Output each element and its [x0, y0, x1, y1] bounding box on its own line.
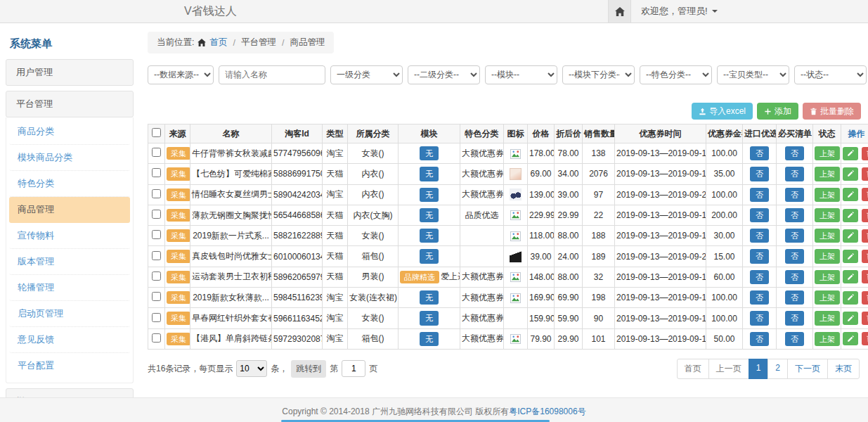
- import-select-toggle[interactable]: 否: [750, 311, 769, 325]
- delete-button[interactable]: [862, 312, 868, 325]
- name-search-input[interactable]: [219, 65, 325, 84]
- per-page-select[interactable]: 10: [236, 360, 267, 377]
- status-toggle[interactable]: 上架: [815, 188, 840, 202]
- status-toggle[interactable]: 上架: [815, 332, 840, 346]
- edit-button[interactable]: [843, 209, 858, 222]
- sidebar-item-版本管理[interactable]: 版本管理: [9, 249, 130, 275]
- import-select-toggle[interactable]: 否: [750, 146, 769, 160]
- import-select-toggle[interactable]: 否: [750, 290, 769, 305]
- filter-select-1[interactable]: --二级分类--: [408, 65, 480, 84]
- batch-delete-button[interactable]: 批量删除: [803, 103, 861, 120]
- edit-button[interactable]: [843, 312, 858, 325]
- delete-button[interactable]: [862, 250, 868, 263]
- delete-button[interactable]: [862, 229, 868, 243]
- import-select-toggle[interactable]: 否: [750, 188, 769, 202]
- page-button-末页[interactable]: 末页: [827, 359, 860, 379]
- breadcrumb-home-link[interactable]: 首页: [209, 37, 227, 49]
- status-toggle[interactable]: 上架: [815, 311, 840, 325]
- status-toggle[interactable]: 上架: [815, 167, 840, 181]
- jump-page-input[interactable]: [342, 360, 365, 377]
- home-button[interactable]: [608, 0, 631, 23]
- import-select-toggle[interactable]: 否: [750, 249, 769, 263]
- status-toggle[interactable]: 上架: [815, 290, 840, 305]
- data-source-select[interactable]: --数据来源--: [148, 65, 214, 84]
- edit-button[interactable]: [843, 147, 858, 160]
- delete-button[interactable]: [862, 291, 868, 305]
- filter-select-5[interactable]: --宝贝类型--: [717, 65, 789, 84]
- sidebar-group-拼团管理[interactable]: 拼团管理: [6, 388, 134, 397]
- import-select-toggle[interactable]: 否: [750, 229, 769, 243]
- import-select-toggle[interactable]: 否: [750, 270, 769, 284]
- must-buy-toggle[interactable]: 否: [785, 332, 804, 346]
- row-checkbox[interactable]: [152, 292, 161, 301]
- filter-select-2[interactable]: --模块--: [485, 65, 557, 84]
- sidebar-item-宣传物料[interactable]: 宣传物料: [9, 223, 130, 249]
- must-buy-toggle[interactable]: 否: [785, 188, 804, 202]
- delete-button[interactable]: [862, 167, 868, 181]
- edit-button[interactable]: [843, 291, 858, 305]
- select-all-checkbox[interactable]: [152, 128, 161, 137]
- row-checkbox[interactable]: [152, 271, 161, 281]
- page-button-上一页[interactable]: 上一页: [708, 359, 749, 379]
- must-buy-toggle[interactable]: 否: [785, 208, 804, 222]
- status-toggle[interactable]: 上架: [815, 208, 840, 222]
- filter-select-6[interactable]: --状态--: [794, 65, 867, 84]
- status-toggle[interactable]: 上架: [815, 270, 840, 284]
- sidebar-group-用户管理[interactable]: 用户管理: [6, 59, 134, 86]
- page-button-下一页[interactable]: 下一页: [787, 359, 828, 379]
- user-menu[interactable]: 欢迎您，管理员!: [641, 5, 718, 18]
- page-button-1[interactable]: 1: [749, 359, 769, 379]
- filter-select-4[interactable]: --特色分类--: [640, 65, 712, 84]
- status-toggle[interactable]: 上架: [815, 146, 840, 160]
- delete-button[interactable]: [862, 209, 868, 222]
- must-buy-toggle[interactable]: 否: [785, 311, 804, 325]
- row-checkbox[interactable]: [152, 230, 161, 239]
- page-button-首页[interactable]: 首页: [677, 359, 709, 379]
- row-checkbox[interactable]: [152, 168, 161, 177]
- sidebar-item-商品分类[interactable]: 商品分类: [9, 119, 130, 145]
- row-checkbox[interactable]: [152, 313, 161, 322]
- status-toggle[interactable]: 上架: [815, 249, 840, 263]
- jump-button[interactable]: 跳转到: [291, 360, 326, 378]
- delete-button[interactable]: [862, 332, 868, 345]
- edit-button[interactable]: [843, 167, 858, 181]
- edit-button[interactable]: [843, 250, 858, 263]
- filter-select-0[interactable]: 一级分类: [330, 65, 403, 84]
- sidebar-item-意见反馈[interactable]: 意见反馈: [9, 327, 130, 353]
- must-buy-toggle[interactable]: 否: [785, 270, 804, 284]
- icp-link[interactable]: 粤ICP备16098006号: [509, 407, 585, 416]
- must-buy-toggle[interactable]: 否: [785, 146, 804, 160]
- must-buy-toggle[interactable]: 否: [785, 249, 804, 263]
- row-checkbox[interactable]: [152, 333, 161, 343]
- col-module: 模块: [399, 124, 460, 143]
- sidebar-item-轮播管理[interactable]: 轮播管理: [9, 275, 130, 301]
- page-button-2[interactable]: 2: [767, 359, 788, 379]
- edit-button[interactable]: [843, 270, 858, 283]
- add-button[interactable]: 添加: [757, 103, 798, 120]
- must-buy-toggle[interactable]: 否: [785, 290, 804, 305]
- row-checkbox[interactable]: [152, 148, 161, 157]
- row-checkbox[interactable]: [152, 251, 161, 260]
- sidebar-item-特色分类[interactable]: 特色分类: [9, 171, 130, 197]
- sidebar-item-商品管理[interactable]: 商品管理: [9, 197, 130, 223]
- edit-button[interactable]: [843, 229, 858, 243]
- row-checkbox[interactable]: [152, 189, 161, 198]
- import-select-toggle[interactable]: 否: [750, 208, 769, 222]
- filter-select-3[interactable]: --模块下分类--: [562, 65, 635, 84]
- delete-button[interactable]: [862, 147, 868, 160]
- sidebar-item-平台配置[interactable]: 平台配置: [9, 353, 130, 378]
- edit-button[interactable]: [843, 188, 858, 201]
- must-buy-toggle[interactable]: 否: [785, 167, 804, 181]
- import-excel-button[interactable]: 导入excel: [692, 103, 753, 120]
- sidebar-item-启动页管理[interactable]: 启动页管理: [9, 301, 130, 327]
- edit-button[interactable]: [843, 332, 858, 345]
- must-buy-toggle[interactable]: 否: [785, 229, 804, 243]
- status-toggle[interactable]: 上架: [815, 229, 840, 243]
- row-checkbox[interactable]: [152, 210, 161, 219]
- import-select-toggle[interactable]: 否: [750, 332, 769, 346]
- sidebar-item-模块商品分类[interactable]: 模块商品分类: [9, 145, 130, 171]
- import-select-toggle[interactable]: 否: [750, 167, 769, 181]
- sidebar-group-平台管理[interactable]: 平台管理: [6, 91, 134, 117]
- delete-button[interactable]: [862, 188, 868, 201]
- delete-button[interactable]: [862, 270, 868, 283]
